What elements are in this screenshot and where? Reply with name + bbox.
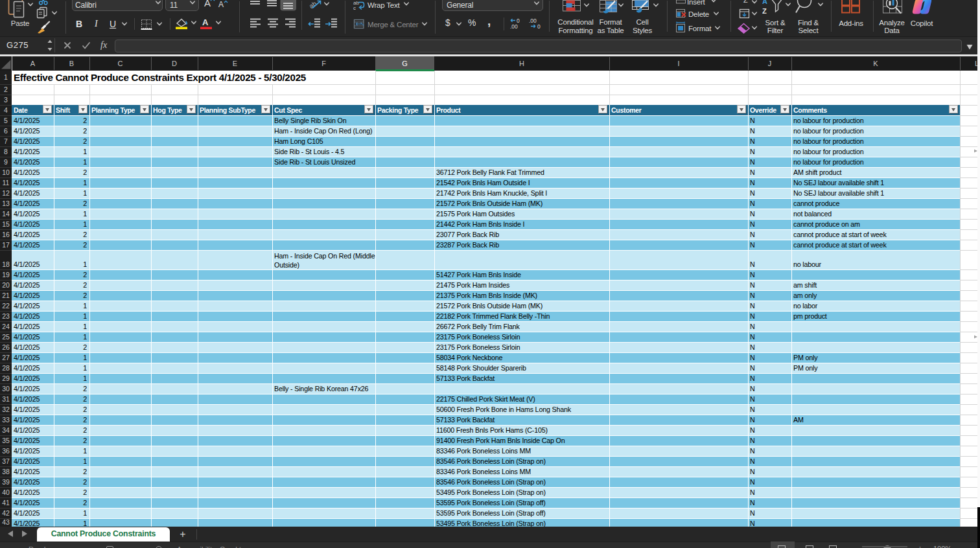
svg-text:c: c (353, 5, 356, 11)
